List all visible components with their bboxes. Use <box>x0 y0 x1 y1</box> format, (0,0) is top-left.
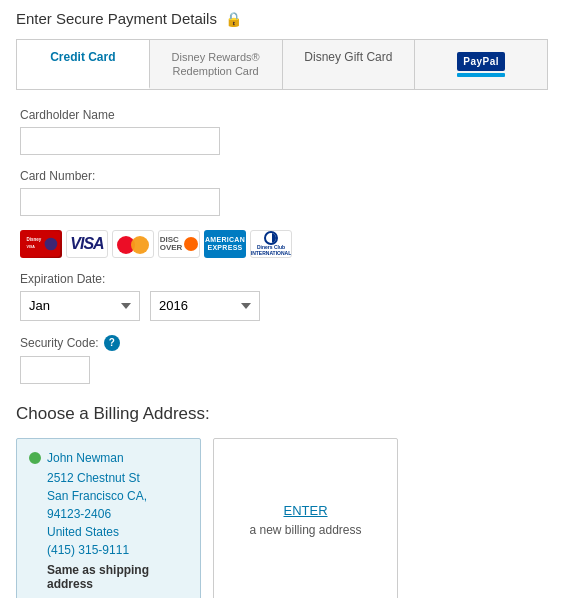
svg-text:Disney: Disney <box>27 237 42 242</box>
existing-address-card[interactable]: John Newman 2512 Chestnut St San Francis… <box>16 438 201 598</box>
month-select[interactable]: JanFebMarApr MayJunJulAug SepOctNovDec <box>20 291 140 321</box>
address-city-state: San Francisco CA, <box>29 487 188 505</box>
billing-section: Choose a Billing Address: John Newman 25… <box>16 404 548 598</box>
diners-card-icon: Diners ClubINTERNATIONAL <box>250 230 292 258</box>
enter-new-address-link[interactable]: ENTER <box>283 503 327 518</box>
card-number-group: Card Number: <box>20 169 544 216</box>
tab-disney-gift[interactable]: Disney Gift Card <box>283 40 416 89</box>
security-help-icon[interactable]: ? <box>104 335 120 351</box>
paypal-logo-wrapper: PayPal <box>457 52 505 77</box>
lock-icon: 🔒 <box>225 11 242 27</box>
security-code-group: Security Code: ? <box>20 335 544 384</box>
address-zip: 94123-2406 <box>29 505 188 523</box>
disney-card-icon: Disney VISA <box>20 230 62 258</box>
radio-row: John Newman <box>29 451 188 465</box>
expiration-row: JanFebMarApr MayJunJulAug SepOctNovDec 2… <box>20 291 544 321</box>
amex-card-icon: AMERICAN EXPRESS <box>204 230 246 258</box>
paypal-stripe <box>457 73 505 77</box>
billing-cards: John Newman 2512 Chestnut St San Francis… <box>16 438 548 598</box>
payment-tabs: Credit Card Disney Rewards®Redemption Ca… <box>16 39 548 90</box>
cardholder-name-label: Cardholder Name <box>20 108 544 122</box>
page-header: Enter Secure Payment Details 🔒 <box>16 10 548 27</box>
security-label-row: Security Code: ? <box>20 335 544 351</box>
new-address-card[interactable]: ENTER a new billing address <box>213 438 398 598</box>
radio-selected-dot <box>29 452 41 464</box>
page-title: Enter Secure Payment Details <box>16 10 217 27</box>
new-address-text: a new billing address <box>249 522 361 539</box>
card-icons-row: Disney VISA VISA DISCOVER AMERICAN EXPRE… <box>20 230 544 258</box>
address-phone: (415) 315-9111 <box>29 541 188 559</box>
tab-paypal[interactable]: PayPal <box>415 40 547 89</box>
expiration-label: Expiration Date: <box>20 272 544 286</box>
svg-text:VISA: VISA <box>27 244 36 248</box>
address-street: 2512 Chestnut St <box>29 469 188 487</box>
tab-credit-card[interactable]: Credit Card <box>17 40 150 89</box>
card-number-label: Card Number: <box>20 169 544 183</box>
same-as-shipping: Same as shipping address <box>29 563 188 591</box>
expiration-group: Expiration Date: JanFebMarApr MayJunJulA… <box>20 272 544 321</box>
visa-card-icon: VISA <box>66 230 108 258</box>
address-name: John Newman <box>47 451 124 465</box>
card-number-input[interactable] <box>20 188 220 216</box>
discover-card-icon: DISCOVER <box>158 230 200 258</box>
mastercard-icon <box>112 230 154 258</box>
svg-point-3 <box>45 237 58 250</box>
tab-disney-rewards[interactable]: Disney Rewards®Redemption Card <box>150 40 283 89</box>
cardholder-name-group: Cardholder Name <box>20 108 544 155</box>
security-code-label: Security Code: <box>20 336 99 350</box>
security-code-input[interactable] <box>20 356 90 384</box>
billing-title: Choose a Billing Address: <box>16 404 548 424</box>
cardholder-name-input[interactable] <box>20 127 220 155</box>
year-select[interactable]: 2016201720182019 2020202120222023 <box>150 291 260 321</box>
address-country: United States <box>29 523 188 541</box>
payment-form: Cardholder Name Card Number: Disney VISA… <box>16 108 548 384</box>
paypal-logo: PayPal <box>457 52 505 71</box>
